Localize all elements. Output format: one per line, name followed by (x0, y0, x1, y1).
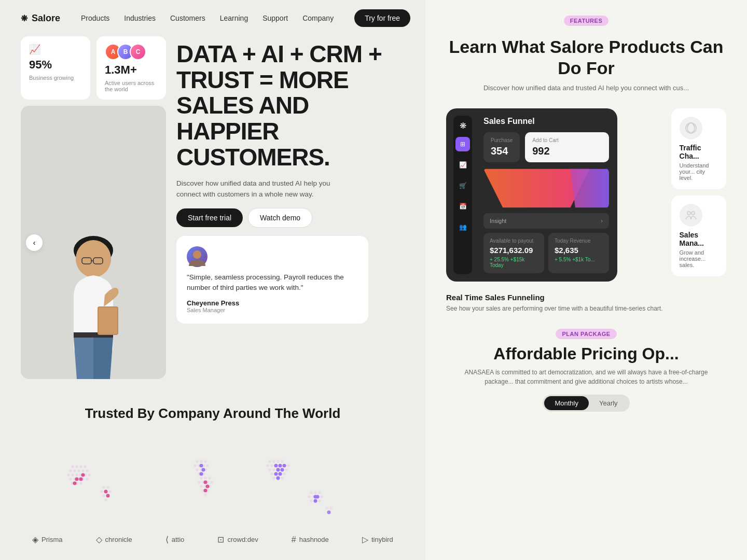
brand-logos: ◈ Prisma ◇ chronicle ⟨ attio ⊡ crowd:dev… (21, 526, 405, 550)
svg-rect-7 (99, 307, 117, 334)
try-free-button[interactable]: Try for free (354, 9, 410, 27)
attio-icon: ⟨ (165, 535, 169, 544)
svg-point-11 (79, 465, 82, 468)
tinybird-icon: ▷ (362, 535, 368, 544)
brand-hashnode: # hashnode (292, 535, 329, 544)
cart-label: Add to Cart (532, 137, 602, 143)
svg-point-77 (268, 460, 271, 463)
features-section: FEATURES Learn What Salore Products Can … (446, 16, 726, 93)
dash-nav-chart[interactable]: 📈 (455, 158, 470, 172)
stat-card-1: 📈 95% Business growing (21, 36, 90, 100)
payout-change: + 25.5% +$15k Today (490, 257, 538, 268)
svg-point-13 (69, 469, 72, 472)
watch-demo-button[interactable]: Watch demo (248, 208, 312, 228)
revenue-value: $2,635 (555, 246, 603, 255)
svg-point-99 (274, 464, 278, 468)
svg-point-38 (100, 490, 103, 493)
svg-point-126 (691, 212, 695, 215)
monthly-toggle[interactable]: Monthly (544, 396, 589, 410)
pricing-badge: PLAN PACKAGE (556, 329, 616, 339)
dash-nav-grid[interactable]: ⊞ (455, 137, 470, 151)
svg-point-100 (279, 464, 282, 468)
stats-row: 📈 95% Business growing A B C 1.3M+ Activ… (21, 36, 166, 100)
svg-point-75 (206, 485, 210, 488)
svg-point-58 (200, 464, 203, 468)
traffic-card: Traffic Cha... Understand your... city l… (671, 108, 726, 189)
tinybird-label: tinybird (371, 536, 393, 543)
svg-point-87 (268, 468, 271, 471)
svg-point-98 (281, 477, 284, 480)
prisma-label: Prisma (42, 536, 62, 543)
insight-row: Insight › (483, 213, 609, 229)
svg-point-62 (204, 477, 207, 480)
dash-nav-cal[interactable]: 📅 (455, 199, 470, 214)
svg-point-120 (325, 507, 328, 510)
svg-point-48 (204, 460, 207, 463)
hero-left: 📈 95% Business growing A B C 1.3M+ Activ… (21, 36, 166, 379)
purchase-metric: Purchase 354 (483, 132, 520, 162)
trusted-title: Trusted By Company Around The World (21, 405, 405, 423)
sales-mgr-text: Grow and increase... sales. (680, 249, 718, 268)
nav-support[interactable]: Support (262, 14, 288, 22)
logo-icon: ❋ (21, 13, 27, 23)
payout-card: Available to payout $271,632.09 + 25.5% … (483, 233, 544, 273)
features-title: Learn What Salore Products Can Do For (446, 36, 726, 79)
svg-point-16 (81, 469, 85, 472)
svg-point-24 (69, 478, 72, 481)
dashboard-cards: ❋ ⊞ 📈 🛒 📅 👥 Sales Funnel Purchase 354 (446, 108, 726, 313)
chart-icon: 📈 (29, 44, 82, 55)
svg-point-34 (75, 478, 79, 481)
svg-point-36 (102, 486, 105, 489)
crowddev-label: crowd:dev (227, 536, 258, 543)
prisma-icon: ◈ (32, 535, 38, 544)
svg-point-109 (318, 491, 321, 494)
svg-point-68 (200, 485, 203, 488)
svg-point-8 (193, 250, 201, 259)
features-subtitle: Discover how unified data and trusted AI… (446, 83, 726, 93)
traffic-title: Traffic Cha... (680, 144, 718, 160)
nav-company[interactable]: Company (302, 14, 334, 22)
svg-point-14 (73, 469, 76, 472)
chronicle-icon: ◇ (96, 535, 102, 544)
svg-point-91 (285, 468, 288, 471)
pricing-title: Affordable Pricing Op... (493, 344, 679, 363)
svg-point-81 (266, 464, 269, 467)
insight-arrow[interactable]: › (601, 217, 603, 225)
start-free-trial-button[interactable]: Start free trial (176, 208, 243, 227)
insight-label: Insight (490, 218, 506, 224)
pricing-subtitle: ANASAEA is committed to art democratizat… (457, 368, 716, 386)
nav-products[interactable]: Products (81, 14, 109, 22)
stat-1-number: 95% (29, 58, 82, 72)
secondary-cards: Traffic Cha... Understand your... city l… (671, 108, 726, 313)
svg-point-73 (204, 493, 207, 496)
dash-logo: ❋ (460, 121, 466, 131)
pricing-section: PLAN PACKAGE Affordable Pricing Op... AN… (446, 329, 726, 412)
svg-point-121 (329, 507, 333, 510)
revenue-card: Today Revenue $2,635 + 5.5% +$1k To... (548, 233, 609, 273)
pricing-toggle: Monthly Yearly (543, 395, 629, 412)
svg-point-67 (210, 481, 213, 484)
world-map (21, 433, 405, 526)
svg-point-52 (206, 464, 209, 467)
svg-point-76 (204, 489, 208, 493)
realtime-text: See how your sales are performing over t… (446, 304, 663, 313)
payout-row: Available to payout $271,632.09 + 25.5% … (483, 233, 609, 273)
trusted-section: Trusted By Company Around The World (0, 389, 425, 560)
dash-nav-users[interactable]: 👥 (455, 220, 470, 234)
attio-label: attio (172, 536, 185, 543)
right-panel: FEATURES Learn What Salore Products Can … (425, 0, 747, 560)
logo-text: Salore (32, 13, 60, 24)
nav-industries[interactable]: Industries (124, 14, 156, 22)
stat-card-2: A B C 1.3M+ Active users across the worl… (96, 36, 166, 100)
yearly-toggle[interactable]: Yearly (589, 396, 628, 410)
prev-arrow[interactable]: ‹ (26, 234, 43, 251)
nav-customers[interactable]: Customers (170, 14, 205, 22)
svg-point-41 (102, 494, 105, 497)
svg-point-95 (283, 472, 286, 475)
cart-value: 992 (532, 145, 602, 157)
svg-point-114 (310, 499, 313, 502)
nav-learning[interactable]: Learning (220, 14, 248, 22)
funnel-svg (483, 167, 609, 209)
dash-nav-cart[interactable]: 🛒 (455, 178, 470, 193)
nav-links: Products Industries Customers Learning S… (81, 14, 334, 22)
